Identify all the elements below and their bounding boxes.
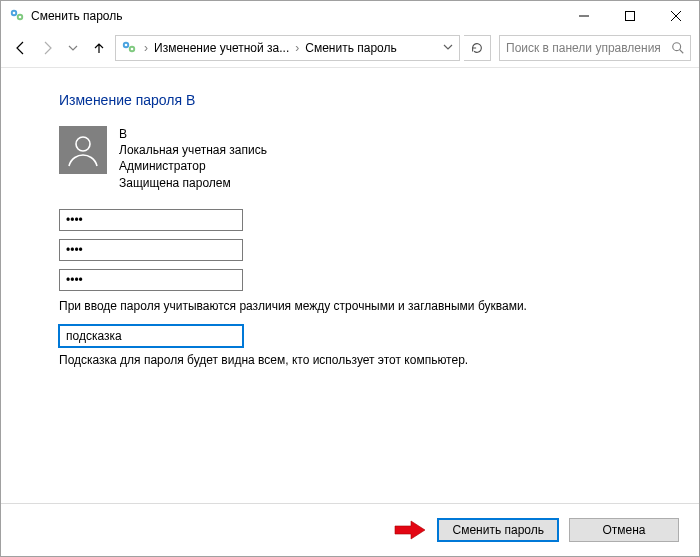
minimize-button[interactable]: [561, 1, 607, 31]
user-accounts-icon: [9, 8, 25, 24]
search-box[interactable]: [499, 35, 691, 61]
chevron-right-icon[interactable]: ›: [293, 41, 301, 55]
cancel-button[interactable]: Отмена: [569, 518, 679, 542]
svg-point-9: [673, 43, 681, 51]
hint-visibility-note: Подсказка для пароля будет видна всем, к…: [59, 353, 661, 367]
page-heading: Изменение пароля B: [59, 92, 661, 108]
toolbar: › Изменение учетной за... › Сменить паро…: [1, 31, 699, 65]
change-password-button[interactable]: Сменить пароль: [437, 518, 559, 542]
account-summary: B Локальная учетная запись Администратор…: [59, 126, 661, 191]
svg-point-3: [19, 16, 22, 19]
svg-rect-4: [626, 12, 635, 21]
chevron-right-icon[interactable]: ›: [142, 41, 150, 55]
close-button[interactable]: [653, 1, 699, 31]
account-name: B: [119, 126, 267, 142]
back-button[interactable]: [9, 36, 33, 60]
user-accounts-icon: [120, 39, 138, 57]
avatar: [59, 126, 107, 174]
breadcrumb-segment[interactable]: Изменение учетной за...: [150, 41, 293, 55]
address-bar[interactable]: › Изменение учетной за... › Сменить паро…: [115, 35, 460, 61]
footer: Сменить пароль Отмена: [1, 503, 699, 556]
account-type: Локальная учетная запись: [119, 142, 267, 158]
content-area: Изменение пароля B B Локальная учетная з…: [1, 68, 699, 556]
svg-point-7: [125, 44, 128, 47]
window-title: Сменить пароль: [31, 9, 123, 23]
search-input[interactable]: [500, 41, 666, 55]
breadcrumb-segment[interactable]: Сменить пароль: [301, 41, 401, 55]
recent-locations-button[interactable]: [61, 36, 85, 60]
case-sensitivity-note: При вводе пароля учитываются различия ме…: [59, 299, 661, 313]
svg-point-2: [13, 12, 16, 15]
annotation-arrow-icon: [393, 518, 427, 542]
forward-button[interactable]: [35, 36, 59, 60]
titlebar: Сменить пароль: [1, 1, 699, 31]
search-icon[interactable]: [666, 36, 690, 60]
current-password-field[interactable]: [59, 209, 243, 231]
account-details: B Локальная учетная запись Администратор…: [119, 126, 267, 191]
maximize-button[interactable]: [607, 1, 653, 31]
address-dropdown-button[interactable]: [439, 41, 457, 55]
refresh-button[interactable]: [464, 35, 491, 61]
svg-rect-10: [59, 126, 107, 174]
password-hint-field[interactable]: [59, 325, 243, 347]
confirm-password-field[interactable]: [59, 269, 243, 291]
svg-point-8: [131, 48, 134, 51]
up-button[interactable]: [87, 36, 111, 60]
new-password-field[interactable]: [59, 239, 243, 261]
account-role: Администратор: [119, 158, 267, 174]
account-protection: Защищена паролем: [119, 175, 267, 191]
window: Сменить пароль: [0, 0, 700, 557]
